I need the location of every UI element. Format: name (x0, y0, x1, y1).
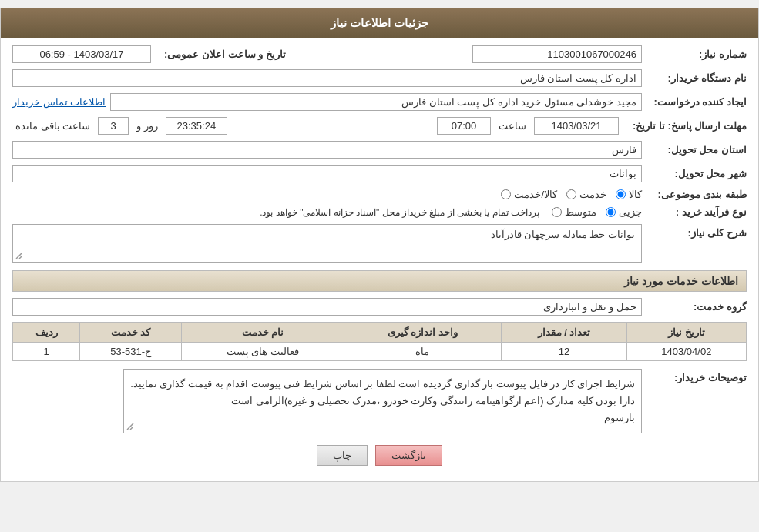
deadline-days: 3 (98, 117, 129, 135)
col-service-name: نام خدمت (182, 323, 344, 343)
radio-khadamat-label: خدمت (579, 189, 606, 200)
creator-label: ایجاد کننده درخواست: (646, 96, 747, 108)
cell-date: 1403/04/02 (626, 343, 746, 361)
deadline-label: مهلت ارسال پاسخ: تا تاریخ: (623, 120, 747, 132)
radio-kala-label: کالا (629, 189, 642, 200)
description-value: بوانات خط مبادله سرچهان قادرآباد (491, 229, 635, 240)
cell-quantity: 12 (502, 343, 626, 361)
deadline-time: 07:00 (437, 117, 491, 135)
need-number-value: 1103001067000246 (472, 45, 642, 63)
col-row-num: ردیف (13, 323, 80, 343)
cell-unit: ماه (344, 343, 502, 361)
buyer-org-value: اداره کل پست استان فارس (12, 69, 642, 87)
buyer-desc-resize-icon[interactable] (126, 422, 135, 431)
row-creator: ایجاد کننده درخواست: مجید خوشدلی مسئول خ… (12, 93, 747, 111)
col-quantity: تعداد / مقدار (502, 323, 626, 343)
category-label: طبقه بندی موضوعی: (646, 189, 747, 200)
announce-date-value: 1403/03/17 - 06:59 (12, 45, 151, 63)
deadline-time-label: ساعت (499, 120, 526, 132)
announce-date-label: تاریخ و ساعت اعلان عمومی: (156, 49, 294, 60)
city-value: بوانات (12, 165, 642, 182)
purchase-type-label: نوع فرآیند خرید : (646, 206, 747, 218)
services-section-title: اطلاعات خدمات مورد نیاز (12, 270, 747, 292)
radio-item-jozvi: جزیی (606, 206, 642, 218)
need-number-label: شماره نیاز: (646, 49, 747, 60)
city-label: شهر محل تحویل: (646, 168, 747, 179)
province-value: فارس (12, 141, 642, 159)
col-date: تاریخ نیاز (626, 323, 746, 343)
col-unit: واحد اندازه گیری (344, 323, 502, 343)
radio-kala-khadamat[interactable] (501, 189, 511, 199)
page-header: جزئیات اطلاعات نیاز (1, 8, 758, 38)
deadline-day-label: روز و (136, 120, 158, 132)
category-radio-group: کالا/خدمت خدمت کالا (501, 189, 642, 200)
row-deadline: مهلت ارسال پاسخ: تا تاریخ: 1403/03/21 سا… (12, 117, 747, 135)
cell-service-code: ج-531-53 (80, 343, 182, 361)
resize-handle-icon[interactable] (15, 251, 24, 260)
radio-item-kala-khadamat: کالا/خدمت (501, 189, 557, 200)
row-description: شرح کلی نیاز: بوانات خط مبادله سرچهان قا… (12, 224, 747, 263)
table-row: 1403/04/02 12 ماه فعالیت های پست ج-531-5… (13, 343, 747, 361)
buyer-desc-label: توصیحات خریدار: (646, 369, 747, 383)
row-buyer-desc: توصیحات خریدار: شرایط اجرای کار در فایل … (12, 369, 747, 433)
cell-row-num: 1 (13, 343, 80, 361)
province-label: استان محل تحویل: (646, 144, 747, 156)
col-service-code: کد خدمت (80, 323, 182, 343)
radio-item-khadamat: خدمت (566, 189, 606, 200)
description-box: بوانات خط مبادله سرچهان قادرآباد (12, 224, 642, 263)
radio-kala[interactable] (616, 189, 626, 199)
service-group-value: حمل و نقل و انبارداری (12, 298, 642, 316)
purchase-type-radio-group: متوسط جزیی (552, 206, 642, 218)
back-button[interactable]: بازگشت (375, 445, 442, 466)
row-service-group: گروه خدمت: حمل و نقل و انبارداری (12, 298, 747, 316)
radio-kala-khadamat-label: کالا/خدمت (514, 189, 557, 200)
table-header-row: تاریخ نیاز تعداد / مقدار واحد اندازه گیر… (13, 323, 747, 343)
radio-motevaset-label: متوسط (565, 206, 596, 218)
contact-link[interactable]: اطلاعات تماس خریدار (12, 96, 106, 108)
cell-service-name: فعالیت های پست (182, 343, 344, 361)
row-buyer-org: نام دستگاه خریدار: اداره کل پست استان فا… (12, 69, 747, 87)
radio-jozvi-label: جزیی (619, 206, 642, 218)
radio-jozvi[interactable] (606, 207, 616, 217)
creator-value: مجید خوشدلی مسئول خرید اداره کل پست استا… (110, 93, 642, 111)
print-button[interactable]: چاپ (317, 445, 368, 466)
buyer-desc-value: شرایط اجرای کار در فایل پیوست بار گذاری … (130, 378, 635, 423)
description-label: شرح کلی نیاز: (646, 224, 747, 239)
services-table: تاریخ نیاز تعداد / مقدار واحد اندازه گیر… (12, 322, 747, 361)
radio-khadamat[interactable] (566, 189, 576, 199)
purchase-note: پرداخت تمام یا بخشی از مبلغ خریداز محل "… (260, 207, 539, 218)
radio-item-motevaset: متوسط (552, 206, 596, 218)
row-province: استان محل تحویل: فارس (12, 141, 747, 159)
service-group-label: گروه خدمت: (646, 301, 747, 313)
radio-motevaset[interactable] (552, 207, 562, 217)
row-purchase-type: نوع فرآیند خرید : متوسط جزیی پرداخت تمام… (12, 206, 747, 218)
row-need-number: شماره نیاز: 1103001067000246 تاریخ و ساع… (12, 45, 747, 63)
content-area: شماره نیاز: 1103001067000246 تاریخ و ساع… (1, 38, 758, 481)
radio-item-kala: کالا (616, 189, 642, 200)
buyer-org-label: نام دستگاه خریدار: (646, 72, 747, 84)
page-title: جزئیات اطلاعات نیاز (331, 16, 428, 29)
page-container: جزئیات اطلاعات نیاز شماره نیاز: 11030010… (0, 8, 759, 482)
deadline-remain: 23:35:24 (166, 117, 227, 135)
button-row: بازگشت چاپ (12, 445, 747, 466)
deadline-date: 1403/03/21 (534, 117, 619, 135)
row-category: طبقه بندی موضوعی: کالا/خدمت خدمت کالا (12, 189, 747, 200)
deadline-remain-label: ساعت باقی مانده (15, 120, 90, 132)
buyer-desc-box: شرایط اجرای کار در فایل پیوست بار گذاری … (123, 369, 642, 433)
row-city: شهر محل تحویل: بوانات (12, 165, 747, 182)
